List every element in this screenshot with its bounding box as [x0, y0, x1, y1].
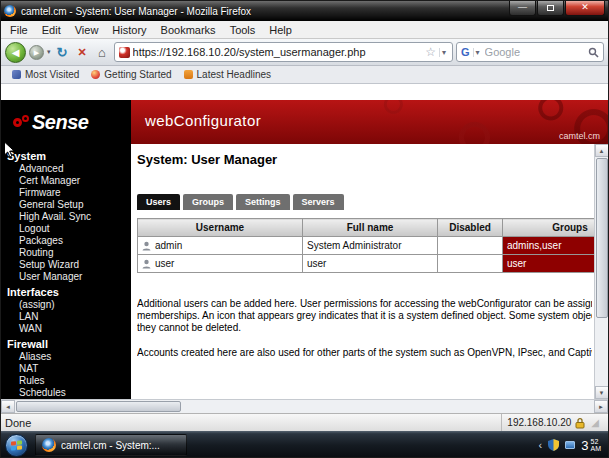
tray-expand-icon[interactable]: ‹ — [539, 439, 543, 451]
sidebar-item-wan[interactable]: WAN — [1, 323, 131, 335]
menu-item-help[interactable]: Help — [262, 23, 299, 37]
sidebar-item-user-manager[interactable]: User Manager — [1, 271, 131, 283]
groups-cell: admins,user — [503, 237, 595, 255]
user-icon — [142, 259, 151, 269]
bookmark-latest-headlines[interactable]: Latest Headlines — [178, 68, 278, 81]
note-line: Accounts created here are also used for … — [137, 347, 592, 359]
taskbar-firefox-button[interactable]: camtel.cm - System:... — [35, 434, 187, 456]
firefox-window: camtel.cm - System: User Manager - Mozil… — [0, 0, 609, 458]
hostname-label: camtel.cm — [559, 131, 600, 141]
security-status[interactable]: 192.168.10.20 ◢ — [501, 414, 604, 431]
info-notes: Additional users can be added here. User… — [137, 298, 594, 359]
bookmark-most-visited[interactable]: Most Visited — [6, 68, 85, 81]
webconfigurator-title: webConfigurator — [145, 112, 261, 129]
vertical-scrollbar[interactable]: ▲ ▼ — [594, 144, 608, 399]
main-content: System: User Manager Users Groups Settin… — [131, 144, 594, 399]
bookmark-label: Latest Headlines — [197, 69, 272, 80]
scroll-right-icon[interactable]: ► — [594, 400, 608, 413]
menu-item-tools[interactable]: Tools — [223, 23, 263, 37]
bookmark-star-icon[interactable]: ☆ — [425, 45, 436, 59]
url-dropdown-icon[interactable]: ▾ — [439, 48, 448, 57]
page-top-gap — [1, 84, 608, 100]
search-box[interactable]: G ▾ — [456, 42, 604, 62]
fullname-cell: user — [303, 255, 438, 273]
clock-minute: 52 — [591, 438, 602, 445]
network-icon[interactable] — [565, 441, 575, 449]
search-engine-dropdown-icon[interactable]: ▾ — [473, 48, 482, 57]
search-input[interactable] — [485, 46, 585, 58]
menu-item-file[interactable]: File — [3, 23, 35, 37]
bookmarks-toolbar: Most Visited Getting Started Latest Head… — [1, 66, 608, 84]
tab-groups[interactable]: Groups — [183, 194, 233, 210]
horizontal-scrollbar[interactable]: ◄ ► — [1, 399, 608, 413]
sidebar-section-interfaces[interactable]: Interfaces — [1, 285, 131, 299]
username-text: user — [155, 258, 174, 269]
reload-button[interactable]: ↻ — [54, 45, 71, 60]
sidebar-item-logout[interactable]: Logout — [1, 223, 131, 235]
most-visited-icon — [12, 70, 21, 79]
maximize-icon — [547, 5, 554, 11]
sidebar-item-schedules[interactable]: Schedules — [1, 387, 131, 399]
windows-flag-icon — [11, 440, 22, 450]
tab-users[interactable]: Users — [137, 194, 180, 210]
search-icon[interactable] — [588, 47, 599, 58]
sidebar-item-routing[interactable]: Routing — [1, 247, 131, 259]
resize-grip[interactable]: ◢ — [591, 417, 599, 428]
tab-servers[interactable]: Servers — [293, 194, 344, 210]
menu-item-view[interactable]: View — [68, 23, 106, 37]
statusbar: Done 192.168.10.20 ◢ — [1, 413, 608, 431]
sidebar-item-assign[interactable]: (assign) — [1, 299, 131, 311]
menu-item-edit[interactable]: Edit — [35, 23, 68, 37]
security-shield-icon[interactable] — [548, 439, 559, 451]
col-username: Username — [138, 219, 303, 237]
minimize-button[interactable]: — — [509, 1, 536, 16]
url-input[interactable] — [133, 46, 423, 58]
sidebar-item-high-avail-sync[interactable]: High Avail. Sync — [1, 211, 131, 223]
firefox-icon — [42, 438, 56, 452]
sidebar-item-lan[interactable]: LAN — [1, 311, 131, 323]
sidebar-item-aliases[interactable]: Aliases — [1, 351, 131, 363]
maximize-button[interactable] — [537, 1, 564, 16]
gear-icon — [13, 118, 22, 127]
sidebar-item-packages[interactable]: Packages — [1, 235, 131, 247]
forward-button[interactable]: ▶ — [29, 45, 44, 60]
col-groups: Groups — [503, 219, 595, 237]
home-button[interactable]: ⌂ — [94, 45, 111, 60]
menu-item-bookmarks[interactable]: Bookmarks — [154, 23, 223, 37]
sidebar-item-setup-wizard[interactable]: Setup Wizard — [1, 259, 131, 271]
sidebar-item-rules[interactable]: Rules — [1, 375, 131, 387]
url-bar[interactable]: ☆ ▾ — [114, 42, 453, 62]
taskbar-clock[interactable]: 3 52 AM — [581, 438, 601, 453]
back-button[interactable]: ◀ — [5, 42, 26, 63]
username-cell: user — [138, 255, 303, 273]
scroll-down-icon[interactable]: ▼ — [595, 386, 609, 399]
history-dropdown-icon[interactable]: ▾ — [47, 48, 51, 56]
page-title: System: User Manager — [137, 152, 594, 167]
scroll-up-icon[interactable]: ▲ — [595, 144, 609, 157]
close-button[interactable]: ✕ — [565, 1, 605, 16]
vertical-scrollbar-thumb[interactable] — [596, 158, 608, 318]
sidebar-item-cert-manager[interactable]: Cert Manager — [1, 175, 131, 187]
sidebar-section-system[interactable]: System — [1, 149, 131, 163]
sidebar-item-firmware[interactable]: Firmware — [1, 187, 131, 199]
lock-icon — [575, 417, 585, 429]
task-label: camtel.cm - System:... — [61, 440, 160, 451]
table-row[interactable]: admin System Administrator admins,user — [138, 237, 595, 255]
horizontal-scrollbar-thumb[interactable] — [16, 401, 181, 412]
start-button[interactable] — [5, 434, 28, 457]
col-full-name: Full name — [303, 219, 438, 237]
sidebar-section-firewall[interactable]: Firewall — [1, 337, 131, 351]
stop-button[interactable]: ✕ — [74, 46, 91, 59]
bookmark-getting-started[interactable]: Getting Started — [85, 68, 177, 81]
table-row[interactable]: user user user — [138, 255, 595, 273]
scroll-left-icon[interactable]: ◄ — [1, 400, 15, 413]
status-host: 192.168.10.20 — [507, 417, 571, 428]
titlebar[interactable]: camtel.cm - System: User Manager - Mozil… — [1, 1, 608, 21]
tab-settings[interactable]: Settings — [236, 194, 290, 210]
sidebar-item-advanced[interactable]: Advanced — [1, 163, 131, 175]
sidebar-item-nat[interactable]: NAT — [1, 363, 131, 375]
pfsense-logo[interactable]: Sense — [1, 100, 131, 144]
disabled-cell — [438, 237, 503, 255]
menu-item-history[interactable]: History — [105, 23, 153, 37]
sidebar-item-general-setup[interactable]: General Setup — [1, 199, 131, 211]
